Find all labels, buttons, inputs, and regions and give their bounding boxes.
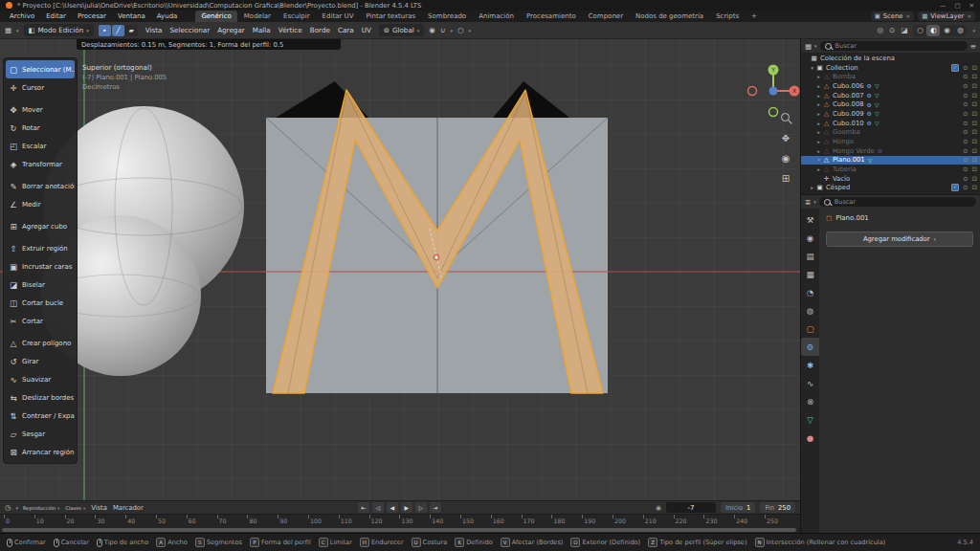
render-camera-icon[interactable]: ⊡ [971, 110, 977, 118]
snap-magnet-icon[interactable]: ∪ [440, 26, 446, 34]
playback-button[interactable]: ▶ [401, 502, 412, 513]
show-gizmos-icon[interactable]: ◎ [878, 26, 884, 34]
tool-button[interactable]: ✎ Borrar anotación [6, 177, 75, 195]
chevron-down-icon[interactable]: ▾ [814, 43, 817, 49]
visibility-eye-icon[interactable]: ⊙ [963, 110, 969, 118]
shading-mode-button[interactable]: ○ [913, 25, 926, 36]
editor-type-icon[interactable]: ▦ [5, 26, 11, 34]
expand-arrow-icon[interactable]: ▸ [815, 74, 822, 79]
auto-keying-icon[interactable]: ◉ [656, 504, 661, 512]
render-camera-icon[interactable]: ⊡ [971, 100, 977, 108]
navigation-gizmo[interactable]: Y X [748, 65, 800, 117]
outliner-row[interactable]: ▸ ▣ Césped ✓ ⊙ ⊡ [801, 184, 980, 193]
expand-arrow-icon[interactable]: ▸ [815, 148, 822, 154]
properties-tab[interactable]: ∿ [801, 374, 819, 392]
render-camera-icon[interactable]: ⊡ [971, 82, 977, 90]
tool-button[interactable]: △ Crear polígono [6, 334, 75, 352]
visibility-eye-icon[interactable]: ⊙ [963, 82, 969, 90]
render-camera-icon[interactable]: ⊡ [971, 73, 977, 80]
shading-mode-button[interactable]: ◍ [953, 25, 967, 36]
toggle-ortho-icon[interactable]: ⊞ [782, 173, 790, 184]
properties-tab[interactable]: ⚙ [801, 338, 819, 356]
render-camera-icon[interactable]: ⊡ [971, 175, 977, 183]
timeline-editor-icon[interactable]: ◷ [5, 503, 11, 512]
maximize-button[interactable]: ▢ [954, 2, 960, 10]
chevron-down-icon[interactable]: ▾ [813, 199, 816, 205]
render-camera-icon[interactable]: ⊡ [971, 138, 977, 145]
visibility-eye-icon[interactable]: ⊙ [963, 100, 969, 108]
outliner-row[interactable]: ✛ Vacío ✓ ⊙ ⊡ [801, 174, 980, 184]
tool-button[interactable]: ↻ Rotar [6, 119, 75, 137]
tool-button[interactable]: ◪ Biselar [6, 276, 75, 294]
shading-dropdown-icon[interactable]: ▾ [972, 28, 975, 33]
properties-tab[interactable]: ▢ [801, 320, 819, 338]
expand-arrow-icon[interactable]: ▸ [815, 139, 822, 144]
timeline-menu-item[interactable]: Vista [91, 504, 107, 512]
playback-button[interactable]: ⇥ [430, 502, 441, 513]
unlink-scene-icon[interactable]: ✕ [906, 13, 911, 19]
viewport-menu-item[interactable]: Vértice [276, 26, 305, 34]
collection-checkbox[interactable]: ✓ [951, 64, 959, 72]
xray-toggle-icon[interactable]: ◪ [901, 26, 907, 34]
visibility-eye-icon[interactable]: ⊙ [963, 73, 969, 80]
pan-hand-icon[interactable]: ✥ [782, 133, 790, 143]
tool-button[interactable]: ▱ Sesgar [6, 425, 75, 443]
properties-tab[interactable]: ⊗ [801, 392, 819, 410]
frame-end-field[interactable]: Fin 250 [760, 502, 795, 513]
tool-button[interactable]: ∠ Medir [6, 195, 75, 213]
menubar-item[interactable]: Procesar [73, 11, 111, 22]
scene-selector[interactable]: ▣ Scene ✕ [871, 11, 915, 21]
outliner-row[interactable]: ▾ △ Plano.001 ▽ ✓ ⊙ ⊡ [801, 156, 980, 165]
camera-view-icon[interactable]: ◉ [782, 153, 791, 164]
playback-button[interactable]: ▷ [415, 502, 427, 513]
timeline-ruler[interactable]: 0102030405060708090100110120130140150160… [0, 514, 800, 534]
outliner-row[interactable]: ▸ △ Tubería ✓ ⊙ ⊡ [801, 165, 980, 174]
outliner-row[interactable]: ▸ △ Goomba ✓ ⊙ ⊡ [801, 128, 980, 138]
expand-arrow-icon[interactable]: ▸ [815, 129, 822, 135]
select-mode-button[interactable]: ▰ [125, 25, 138, 36]
tool-button[interactable]: ◈ Transformar [6, 155, 75, 173]
expand-arrow-icon[interactable]: ▾ [815, 157, 822, 163]
render-camera-icon[interactable]: ⊡ [971, 147, 977, 155]
proportional-editing-icon[interactable]: ○ [457, 26, 464, 34]
zoom-icon[interactable] [780, 112, 791, 123]
menubar-item[interactable]: Archivo [5, 11, 39, 22]
snap-dropdown-icon[interactable]: ▾ [450, 28, 453, 33]
workspace-tab[interactable]: Esculpir [278, 11, 316, 22]
render-camera-icon[interactable]: ⊡ [971, 120, 977, 127]
workspace-tab[interactable]: Sombreado [422, 11, 472, 22]
outliner-editor-icon[interactable]: ▦ [805, 42, 812, 51]
timeline-menu-item[interactable]: Marcador [113, 504, 144, 512]
render-camera-icon[interactable]: ⊡ [971, 184, 977, 191]
expand-arrow-icon[interactable]: ▸ [815, 121, 822, 126]
outliner-row[interactable]: ▸ △ Bomba ✓ ⊙ ⊡ [801, 72, 980, 81]
tool-button[interactable]: ↺ Girar [6, 352, 75, 370]
tool-button[interactable]: ◰ Escalar [6, 137, 75, 155]
properties-tab[interactable]: ▦ [801, 265, 819, 283]
outliner-row[interactable]: ▸ △ Cubo.010 ⚙ ▽ ✓ ⊙ ⊡ [801, 119, 980, 128]
close-button[interactable]: ✕ [969, 2, 974, 10]
outliner-row[interactable]: ▾ ▣ Collection ✓ ⊙ ⊡ [801, 63, 980, 73]
workspace-tab[interactable]: Procesamiento [521, 11, 582, 22]
visibility-eye-icon[interactable]: ⊙ [963, 120, 969, 127]
current-frame-field[interactable]: -7 [666, 502, 716, 513]
outliner-row[interactable]: ▸ △ Hongo ✓ ⊙ ⊡ [801, 137, 980, 146]
workspace-tab[interactable]: + [746, 11, 763, 22]
timeline-scrollbar[interactable] [2, 528, 796, 532]
filter-icon[interactable]: ≡ [970, 42, 976, 51]
viewport-menu-item[interactable]: Vista [143, 26, 166, 34]
visibility-eye-icon[interactable]: ⊙ [963, 128, 969, 136]
visibility-eye-icon[interactable]: ⊙ [963, 156, 969, 164]
select-mode-button[interactable]: ∙ [99, 25, 111, 36]
viewport-menu-item[interactable]: Malla [250, 26, 274, 34]
shading-mode-button[interactable]: ◐ [926, 25, 940, 36]
expand-arrow-icon[interactable]: ▸ [815, 93, 822, 99]
editor-type-dropdown-icon[interactable]: ▾ [16, 28, 19, 33]
visibility-eye-icon[interactable]: ⊙ [963, 175, 969, 183]
expand-arrow-icon[interactable]: ▸ [809, 185, 815, 190]
titlebar[interactable]: * Proyecto [C:\Users\julia\OneDrive\Escr… [0, 0, 980, 11]
menubar-item[interactable]: Editar [41, 11, 71, 22]
properties-tab[interactable]: ◔ [801, 283, 819, 301]
render-camera-icon[interactable]: ⊡ [971, 128, 977, 136]
remove-viewlayer-icon[interactable]: ✕ [967, 13, 971, 19]
